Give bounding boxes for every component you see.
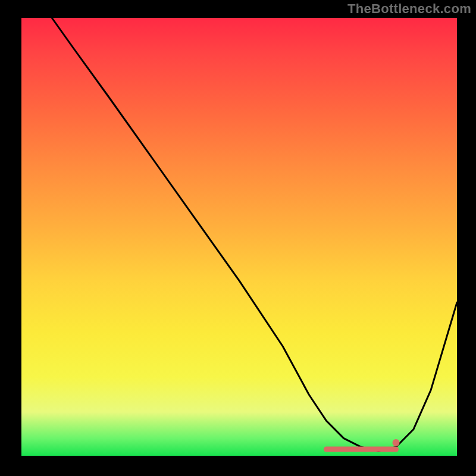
plot-area bbox=[21, 18, 457, 456]
watermark-text: TheBottleneck.com bbox=[347, 1, 471, 17]
optimal-end-dot bbox=[393, 439, 400, 446]
bottleneck-curve bbox=[52, 18, 457, 452]
chart-frame: TheBottleneck.com bbox=[0, 0, 476, 476]
curve-svg bbox=[21, 18, 457, 456]
